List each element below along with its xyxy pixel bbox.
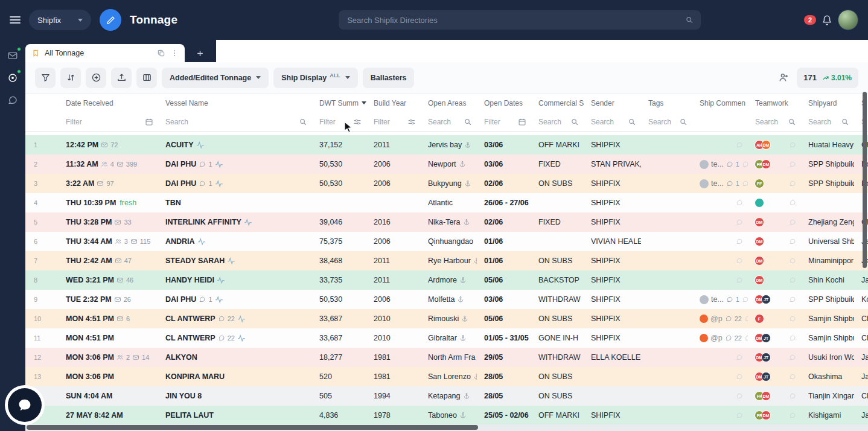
ship-display-dropdown[interactable]: Ship Display ALL	[273, 68, 358, 88]
table-row[interactable]: 8WED 3:21 PM46HANDY HEIDI33,7352011Ardmo…	[25, 270, 868, 290]
table-row[interactable]: 9TUE 2:32 PM26DAI PHU150,5302006Molfetta…	[25, 290, 868, 309]
column-header[interactable]: Shipyard	[801, 99, 854, 107]
column-header[interactable]: Date Received	[59, 99, 158, 107]
cell-ship-comments[interactable]: te...1	[692, 295, 748, 304]
table-row[interactable]: 5THU 3:28 PM33INTERLINK AFFINITY39,04620…	[25, 212, 868, 232]
cell-teamwork[interactable]: DM	[748, 275, 801, 285]
cell-ship-comments[interactable]	[692, 412, 748, 419]
tab-all-tonnage[interactable]: All Tonnage	[25, 44, 185, 62]
filter-button[interactable]	[35, 68, 56, 88]
cell-ship-comments[interactable]	[692, 199, 748, 206]
horizontal-scrollbar[interactable]	[25, 424, 868, 431]
user-badge[interactable]	[755, 198, 764, 208]
table-row[interactable]: 7THU 2:42 AM47STEADY SARAH38,4682011Rye …	[25, 251, 868, 270]
cell-teamwork[interactable]: F	[748, 314, 801, 324]
user-badge[interactable]: DM	[761, 140, 771, 150]
column-filter-input[interactable]: Search	[531, 118, 584, 126]
table-row[interactable]: 33:22 AM97DAI PHU150,5302006Bukpyung02/0…	[25, 174, 868, 193]
sidebar-item-chat[interactable]	[5, 93, 20, 107]
cell-teamwork[interactable]: DM	[748, 217, 801, 227]
share-users-icon[interactable]	[778, 72, 790, 83]
column-header[interactable]: Commercial S	[531, 99, 584, 107]
table-row[interactable]: 12MON 3:06 PM214ALKYON18,2771981North Ar…	[25, 348, 868, 367]
table-row[interactable]: 10MON 4:51 PM6CL ANTWERP2233,6872010Rimo…	[25, 309, 868, 328]
search-input[interactable]	[339, 10, 701, 30]
cell-ship-comments[interactable]	[692, 219, 748, 226]
column-header[interactable]: Open Areas	[421, 99, 477, 107]
ballasters-button[interactable]: Ballasters	[363, 68, 415, 88]
cell-teamwork[interactable]: FFDM	[748, 159, 801, 169]
user-badge[interactable]: DM	[755, 237, 764, 246]
column-filter-input[interactable]: Search	[641, 118, 692, 126]
cell-ship-comments[interactable]	[692, 257, 748, 264]
column-header[interactable]: Ship Commen	[692, 99, 748, 107]
cell-ship-comments[interactable]	[692, 141, 748, 148]
column-header[interactable]: Sender	[584, 99, 641, 107]
user-badge[interactable]: JT	[761, 372, 771, 382]
add-tonnage-button[interactable]	[86, 68, 106, 88]
cell-ship-comments[interactable]: te...1	[692, 160, 748, 169]
table-row[interactable]: 6THU 3:44 AM3115ANDRIA75,3752006Qinhuang…	[25, 232, 868, 251]
user-badge[interactable]: JT	[761, 353, 771, 362]
column-filter-input[interactable]: Filter	[312, 118, 366, 126]
column-filter-input[interactable]: Search	[584, 118, 641, 126]
new-tab-button[interactable]	[192, 45, 208, 61]
hamburger-menu-icon[interactable]	[10, 16, 21, 24]
table-row[interactable]: 112:42 PM72ACUITY37,1522011Jervis bay03/…	[25, 135, 868, 155]
duplicate-tab-icon[interactable]	[157, 49, 165, 57]
cell-teamwork[interactable]: FFDM	[748, 391, 801, 401]
cell-teamwork[interactable]: AHDM	[748, 140, 801, 150]
column-filter-input[interactable]: Filter	[366, 118, 421, 126]
cell-teamwork[interactable]: FFDM	[748, 410, 801, 420]
cell-teamwork[interactable]: DMJT	[748, 353, 801, 362]
column-filter-input[interactable]: Search	[421, 118, 477, 126]
cell-teamwork[interactable]	[748, 198, 801, 208]
cell-teamwork[interactable]: DM	[748, 256, 801, 266]
table-row[interactable]: 13MON 3:06 PMKONPIRA MARU5201981San Lore…	[25, 367, 868, 386]
cell-ship-comments[interactable]: @p22	[692, 334, 748, 342]
sidebar-item-tonnage[interactable]	[5, 71, 20, 85]
sidebar-item-inbox[interactable]	[5, 48, 20, 63]
cell-ship-comments[interactable]: @p22	[692, 314, 748, 323]
bell-icon[interactable]	[821, 14, 833, 26]
user-badge[interactable]: DM	[761, 159, 771, 169]
table-row[interactable]: 14SUN 4:04 AMJIN YOU 85051994Ketapang28/…	[25, 386, 868, 406]
user-badge[interactable]: F	[755, 314, 764, 324]
user-badge[interactable]: JT	[761, 333, 771, 343]
column-header[interactable]: Vessel Name	[158, 99, 312, 107]
user-badge[interactable]: DM	[755, 256, 764, 266]
cell-ship-comments[interactable]	[692, 238, 748, 245]
vertical-scrollbar-thumb[interactable]	[863, 92, 867, 268]
user-badge[interactable]: JT	[761, 295, 771, 304]
user-badge[interactable]: DM	[761, 410, 771, 420]
cell-ship-comments[interactable]	[692, 276, 748, 284]
cell-ship-comments[interactable]: te...1	[692, 179, 748, 188]
column-filter-input[interactable]: Filter	[477, 118, 531, 126]
added-edited-dropdown[interactable]: Added/Edited Tonnage	[162, 68, 269, 88]
column-filter-input[interactable]: Search	[748, 118, 801, 126]
export-button[interactable]	[111, 68, 132, 88]
cell-ship-comments[interactable]	[692, 373, 748, 380]
workspace-selector[interactable]: Shipfix	[29, 10, 91, 30]
table-row[interactable]: 1527 MAY 8:42 AMPELITA LAUT4,8361978Tabo…	[25, 406, 868, 425]
chat-launcher[interactable]	[5, 385, 45, 425]
column-header[interactable]: Teamwork	[748, 99, 801, 107]
user-badge[interactable]: DM	[755, 275, 764, 285]
user-badge[interactable]: FF	[755, 179, 764, 188]
user-badge[interactable]: DM	[755, 217, 764, 227]
column-header[interactable]: DWT Summ	[312, 99, 366, 107]
column-filter-input[interactable]: Search	[801, 118, 854, 126]
cell-ship-comments[interactable]	[692, 392, 748, 400]
column-filter-input[interactable]: Search	[158, 118, 312, 126]
column-header[interactable]: Build Year	[366, 99, 421, 107]
user-badge[interactable]: DM	[761, 391, 771, 401]
tab-options-icon[interactable]	[170, 49, 179, 57]
column-header[interactable]: Open Dates	[477, 99, 531, 107]
cell-teamwork[interactable]: DM	[748, 237, 801, 246]
table-row[interactable]: 11MON 4:51 PMCL ANTWERP2233,6872010Gibra…	[25, 328, 868, 348]
compose-button[interactable]	[100, 9, 121, 31]
cell-teamwork[interactable]: DMJT	[748, 333, 801, 343]
cell-ship-comments[interactable]	[692, 354, 748, 361]
global-search[interactable]	[339, 10, 701, 30]
cell-teamwork[interactable]: DMJT	[748, 372, 801, 382]
